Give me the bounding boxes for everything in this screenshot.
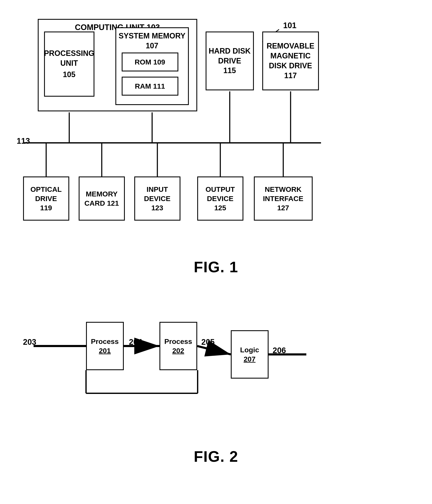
fig2-caption: FIG. 2 (194, 448, 238, 465)
removable-disk-num: 117 (284, 71, 297, 81)
output-device-box: OUTPUT DEVICE 125 (197, 177, 243, 221)
rom-box: ROM 109 (122, 53, 178, 72)
network-interface-text: NETWORK INTERFACE (255, 185, 312, 203)
input-device-num: 123 (151, 203, 163, 212)
processing-unit-text: PROCESSING UNIT (44, 49, 94, 68)
hard-disk-box: HARD DISK DRIVE 115 (206, 32, 254, 90)
logic-207-label: Logic (240, 345, 259, 354)
output-device-text: OUTPUT DEVICE (198, 185, 242, 203)
optical-drive-text: OPTICAL DRIVE (24, 185, 69, 203)
ref-205-label: 205 (201, 338, 215, 347)
input-device-text: INPUT DEVICE (135, 185, 180, 203)
svg-line-17 (197, 346, 231, 354)
removable-disk-box: REMOVABLE MAGNETIC DISK DRIVE 117 (262, 32, 319, 90)
ref-204-label: 204 (129, 338, 142, 347)
logic-207-box: Logic 207 (231, 330, 268, 378)
process-202-label: Process (164, 337, 192, 346)
optical-drive-num: 119 (40, 203, 52, 212)
fig1-diagram: 101 113 COMPUTING UNIT 103 PROCESSING UN… (17, 13, 415, 254)
system-memory-label: SYSTEM MEMORY 107 (116, 31, 188, 51)
rom-text: ROM 109 (135, 57, 165, 67)
network-interface-box: NETWORK INTERFACE 127 (254, 177, 313, 221)
fig2-diagram: 203 204 205 206 Process 201 Process 202 … (17, 297, 415, 444)
memory-card-text: MEMORY CARD 121 (79, 189, 124, 208)
page: 101 113 COMPUTING UNIT 103 PROCESSING UN… (0, 0, 432, 504)
ref-101-label: 101 (283, 21, 296, 30)
processing-unit-num: 105 (63, 70, 75, 80)
ram-text: RAM 111 (135, 81, 165, 91)
output-device-num: 125 (214, 203, 226, 212)
memory-card-box: MEMORY CARD 121 (79, 177, 125, 221)
ref-113-label: 113 (17, 136, 30, 146)
ref-206-label: 206 (273, 346, 286, 355)
logic-207-num: 207 (244, 354, 256, 364)
hard-disk-text: HARD DISK DRIVE (207, 46, 253, 66)
ref-203-label: 203 (23, 338, 36, 347)
input-device-box: INPUT DEVICE 123 (134, 177, 181, 221)
ram-box: RAM 111 (122, 77, 178, 96)
fig1-caption: FIG. 1 (194, 258, 238, 276)
process-201-label: Process (91, 337, 119, 346)
processing-unit-box: PROCESSING UNIT 105 (44, 32, 95, 97)
process-202-box: Process 202 (159, 322, 197, 370)
process-201-box: Process 201 (86, 322, 124, 370)
removable-disk-text: REMOVABLE MAGNETIC DISK DRIVE (263, 41, 318, 71)
process-201-num: 201 (99, 346, 111, 355)
hard-disk-num: 115 (223, 66, 236, 76)
network-interface-num: 127 (277, 203, 289, 212)
process-202-num: 202 (172, 346, 184, 355)
optical-drive-box: OPTICAL DRIVE 119 (23, 177, 69, 221)
